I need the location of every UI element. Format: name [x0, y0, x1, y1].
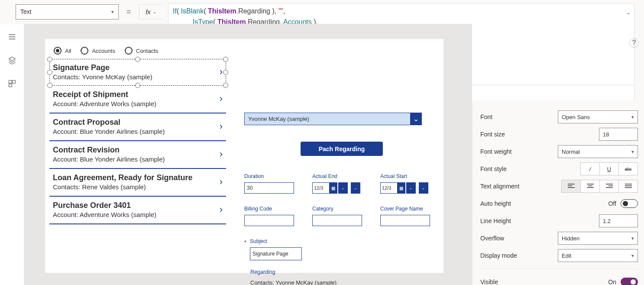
field-label: Cover Page Name [380, 206, 447, 212]
cover-page-input[interactable] [380, 215, 430, 226]
radio-accounts[interactable]: Accounts [81, 47, 115, 55]
chevron-right-icon[interactable]: › [220, 93, 223, 104]
field-label: Duration [244, 173, 311, 179]
list-item[interactable]: Loan Agreement, Ready for SignatureConta… [49, 169, 226, 197]
align-right-button[interactable] [599, 180, 619, 193]
canvas-area: All Accounts Contacts Signature PageCont… [24, 24, 472, 285]
list-item[interactable]: Receipt of ShipmentAccount: Adventure Wo… [49, 86, 226, 113]
chevron-right-icon[interactable]: › [220, 121, 223, 132]
align-center-button[interactable] [580, 180, 600, 193]
calendar-icon[interactable]: ▦ [329, 183, 337, 193]
prop-label-line-height: Line Height [480, 217, 511, 224]
resize-handle[interactable] [223, 70, 228, 75]
prop-label-overflow: Overflow [480, 235, 504, 242]
billing-code-field: Billing Code [244, 206, 311, 226]
list-item[interactable]: Signature PageContacts: Yvonne McKay (sa… [49, 59, 226, 86]
auto-height-toggle[interactable]: Off [608, 199, 638, 208]
regarding-readonly: Regarding Contacts: Yvonne McKay (sample… [244, 269, 439, 285]
category-input[interactable] [312, 215, 362, 226]
billing-code-input[interactable] [244, 215, 294, 226]
regarding-combobox[interactable]: Yvonne McKay (sample) ⌄ [244, 113, 422, 125]
chevron-down-icon: ▾ [631, 149, 634, 155]
align-left-button[interactable] [561, 180, 581, 193]
property-selector[interactable]: Text ▾ [16, 4, 119, 19]
italic-button[interactable]: / [580, 162, 600, 175]
field-label: Actual Start [380, 173, 447, 179]
list-item-subtitle: Account: Adventure Works (sample) [53, 211, 156, 218]
time-minute-dropdown[interactable]: ⌄ [419, 182, 428, 194]
prop-label-text-alignment: Text alignment [480, 183, 519, 190]
fx-label: fx [146, 8, 151, 16]
resize-handle[interactable] [47, 83, 52, 88]
hamburger-icon[interactable] [8, 32, 16, 41]
patch-regarding-button[interactable]: Pach Regarding [301, 142, 383, 156]
strikethrough-button[interactable]: abc [618, 162, 638, 175]
category-field: Category [312, 206, 379, 226]
duration-input[interactable]: 30 [244, 182, 294, 194]
layers-icon[interactable] [8, 56, 16, 65]
underline-button[interactable]: U [599, 162, 619, 175]
prop-label-auto-height: Auto height [480, 200, 511, 207]
radio-contacts[interactable]: Contacts [125, 47, 158, 55]
detail-form: Yvonne McKay (sample) ⌄ Pach Regarding D… [244, 113, 439, 285]
list-item[interactable]: Purchase Order 3401Account: Adventure Wo… [49, 197, 226, 224]
chevron-down-icon: ▾ [631, 253, 634, 259]
list-item-title: Receipt of Shipment [53, 90, 156, 99]
help-icon[interactable]: ? [629, 38, 639, 48]
time-hour-dropdown[interactable]: ⌄ [406, 182, 416, 194]
font-select[interactable]: Open Sans▾ [558, 110, 638, 123]
actual-end-field: Actual End 12/3▦ ⌄ : ⌄ [312, 173, 379, 194]
duration-field: Duration 30 [244, 173, 311, 194]
resize-handle[interactable] [47, 57, 52, 62]
fx-button[interactable]: fx ⌄ [139, 4, 163, 19]
filter-radio-group: All Accounts Contacts [45, 39, 443, 59]
chevron-right-icon[interactable]: › [220, 149, 223, 160]
font-weight-select[interactable]: Normal▾ [558, 145, 638, 158]
actual-end-date-input[interactable]: 12/3▦ [312, 182, 337, 194]
svg-rect-0 [9, 81, 12, 84]
components-icon[interactable] [8, 79, 16, 88]
resize-handle[interactable] [47, 70, 52, 75]
actual-start-date-input[interactable]: 12/3▦ [380, 182, 405, 194]
chevron-down-icon: ⌄ [152, 9, 156, 15]
resize-handle[interactable] [223, 83, 228, 88]
display-mode-select[interactable]: Edit▾ [558, 249, 638, 262]
app-preview: All Accounts Contacts Signature PageCont… [45, 39, 443, 273]
subject-input[interactable]: Signature Page [250, 247, 302, 260]
resize-handle[interactable] [135, 57, 140, 62]
list-item[interactable]: Contract RevisionAccount: Blue Yonder Ai… [49, 141, 226, 169]
chevron-right-icon[interactable]: › [220, 204, 223, 215]
chevron-down-icon: ▾ [631, 114, 634, 120]
list-item[interactable]: Contract ProposalAccount: Blue Yonder Ai… [49, 113, 226, 141]
property-selector-value: Text [20, 8, 32, 15]
visible-toggle[interactable]: On [608, 278, 638, 285]
text-align-group [562, 180, 638, 193]
resize-handle[interactable] [223, 57, 228, 62]
font-size-input[interactable]: 18 [599, 128, 638, 141]
list-item-subtitle: Contacts: Rene Valdes (sample) [53, 183, 192, 191]
chevron-right-icon[interactable]: › [220, 176, 223, 188]
properties-panel: Font Open Sans▾ Font size 18 Font weight… [472, 100, 644, 285]
list-item-title: Contract Revision [53, 146, 165, 155]
chevron-down-icon: ▾ [111, 9, 114, 15]
list-item-title: Loan Agreement, Ready for Signature [53, 173, 192, 182]
button-label: Pach Regarding [319, 146, 365, 152]
prop-label-font-style: Font style [480, 165, 507, 172]
collapse-formula-icon[interactable]: ⌄ [626, 7, 631, 18]
radio-all-label: All [65, 48, 71, 54]
chevron-down-icon[interactable]: ⌄ [410, 113, 421, 125]
list-item-title: Purchase Order 3401 [53, 201, 156, 210]
line-height-input[interactable]: 1.2 [599, 214, 638, 227]
combo-value: Yvonne McKay (sample) [245, 113, 410, 125]
overflow-select[interactable]: Hidden▾ [558, 232, 638, 245]
subject-field: Subject Signature Page [250, 238, 302, 260]
calendar-icon[interactable]: ▦ [397, 183, 405, 193]
list-item-title: Contract Proposal [53, 118, 165, 127]
align-justify-button[interactable] [618, 180, 638, 193]
time-hour-dropdown[interactable]: ⌄ [338, 182, 348, 194]
resize-handle[interactable] [135, 83, 140, 88]
left-rail [0, 24, 24, 285]
radio-all[interactable]: All [54, 47, 71, 55]
time-minute-dropdown[interactable]: ⌄ [351, 182, 360, 194]
chevron-right-icon[interactable]: › [220, 66, 223, 78]
